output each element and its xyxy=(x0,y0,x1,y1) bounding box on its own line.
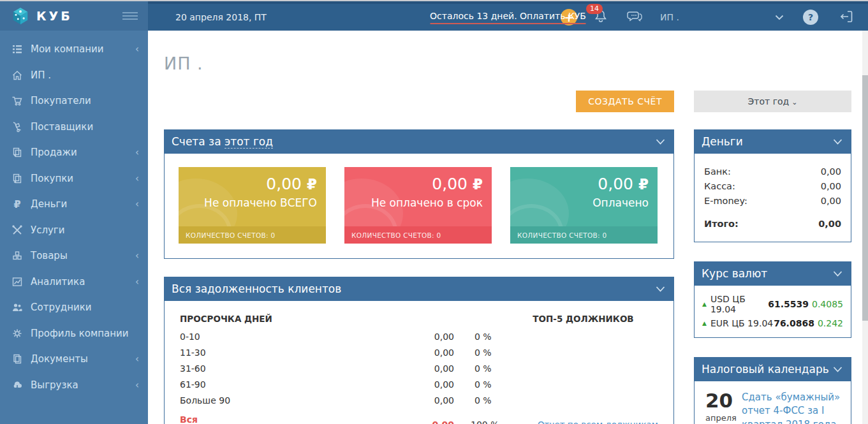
sidebar-item-services[interactable]: Услуги xyxy=(0,217,148,244)
currency-rate: 76.0868 xyxy=(774,318,814,328)
unpaid-overdue-card: 0,00 ₽ Не оплачено в срок КОЛИЧЕСТВО СЧЕ… xyxy=(344,167,492,244)
money-panel-title: Деньги xyxy=(702,135,743,148)
sidebar-item-documents[interactable]: Документы xyxy=(0,346,148,372)
logout-icon[interactable] xyxy=(839,9,854,26)
chevron-left-icon xyxy=(135,276,139,288)
sidebar-item-label: Профиль компании xyxy=(31,328,129,339)
money-total-label: Итого: xyxy=(704,219,739,229)
trial-payment-link[interactable]: Осталось 13 дней. Оплатить КУБ xyxy=(430,11,586,24)
boxes-icon xyxy=(11,250,24,261)
card-label: Не оплачено в срок xyxy=(344,193,492,209)
create-invoice-button[interactable]: СОЗДАТЬ СЧЁТ xyxy=(576,91,674,112)
debt-row-value: 0,00 xyxy=(281,377,454,393)
debt-row-value: 0,00 xyxy=(281,329,454,345)
chevron-left-icon xyxy=(135,147,139,158)
handtruck-icon xyxy=(11,121,24,133)
notifications-bell-icon[interactable]: 14 xyxy=(594,9,609,26)
card-amount: 0,00 xyxy=(266,175,302,193)
sidebar-item-money[interactable]: ₽ Деньги xyxy=(0,191,148,217)
sidebar-item-company-home[interactable]: ИП . xyxy=(0,62,148,89)
ruble-sign: ₽ xyxy=(638,176,649,193)
sidebar-item-analytics[interactable]: Аналитика xyxy=(0,269,148,295)
cart-icon xyxy=(11,95,24,106)
rate-up-icon: ▲ xyxy=(702,301,707,307)
people-icon xyxy=(11,302,24,313)
sidebar-item-suppliers[interactable]: Поставщики xyxy=(0,114,148,140)
chevron-down-icon[interactable] xyxy=(656,139,665,145)
chevron-left-icon xyxy=(135,379,139,391)
debtors-report-link[interactable]: Отчет по всем должникам xyxy=(508,420,658,424)
chevron-down-icon[interactable] xyxy=(656,286,665,292)
tax-event-link[interactable]: Сдать «бумажный» отчет 4-ФСС за I кварта… xyxy=(742,391,843,424)
debt-row-value: 0,00 xyxy=(281,361,454,377)
debt-total-percent: 100 % xyxy=(454,420,508,424)
money-total-value: 0,00 xyxy=(818,219,841,229)
chevron-left-icon xyxy=(135,198,139,210)
paid-card: 0,00 ₽ Оплачено КОЛИЧЕСТВО СЧЕТОВ: 0 xyxy=(510,167,658,244)
home-icon xyxy=(11,69,24,81)
tax-panel-title: Налоговый календарь xyxy=(702,363,829,376)
currency-rate: 61.5539 xyxy=(768,299,809,309)
sidebar-item-label: Покупки xyxy=(31,173,73,184)
ruble-icon: ₽ xyxy=(11,198,24,210)
card-invoice-count: КОЛИЧЕСТВО СЧЕТОВ: 0 xyxy=(344,226,492,244)
logo-strip: КУБ xyxy=(0,1,148,31)
period-dropdown[interactable]: Этот год⌄ xyxy=(694,91,851,112)
vertical-scrollbar[interactable] xyxy=(862,31,868,424)
card-label: Оплачено xyxy=(510,193,658,209)
sidebar-item-company-profile[interactable]: Профиль компании xyxy=(0,321,148,347)
client-debt-panel: Вся задолженность клиентов ПРОСРОЧКА ДНЕ… xyxy=(164,277,674,424)
sidebar-item-sales[interactable]: Продажи xyxy=(0,140,148,166)
account-menu[interactable]: ИП . xyxy=(660,12,679,22)
account-chevron-down-icon[interactable] xyxy=(775,12,784,22)
money-row-value: 0,00 xyxy=(821,196,841,206)
sidebar-item-purchases[interactable]: Покупки xyxy=(0,166,148,192)
sidebar-item-my-companies[interactable]: Мои компании xyxy=(0,36,148,62)
sidebar: КУБ Мои компании ИП . Покупатели Поставщ… xyxy=(0,1,148,424)
notifications-count-badge: 14 xyxy=(586,4,603,14)
sidebar-item-label: Документы xyxy=(31,353,88,365)
sidebar-item-goods[interactable]: Товары xyxy=(0,243,148,269)
currency-panel-header[interactable]: Курс валют xyxy=(694,261,851,286)
debt-panel-header[interactable]: Вся задолженность клиентов xyxy=(164,277,674,301)
debt-row-percent: 0 % xyxy=(454,393,508,409)
chevron-left-icon xyxy=(135,43,139,55)
help-button[interactable]: ? xyxy=(803,10,818,25)
chevron-down-icon[interactable] xyxy=(833,367,842,372)
debt-total-label: Вся задолженность xyxy=(180,414,281,424)
sidebar-item-customers[interactable]: Покупатели xyxy=(0,88,148,114)
debt-row-percent: 0 % xyxy=(454,345,508,361)
chevron-down-icon[interactable] xyxy=(833,271,842,277)
sidebar-item-label: Поставщики xyxy=(31,121,93,133)
sidebar-item-label: Услуги xyxy=(31,224,64,236)
sales-docs-icon xyxy=(11,147,24,158)
tax-calendar-panel: Налоговый календарь 20 апреля Сдать «бум… xyxy=(694,357,851,424)
invoices-period-link[interactable]: этот год xyxy=(224,135,273,149)
money-panel-header[interactable]: Деньги xyxy=(694,129,851,154)
kub-cube-logo-icon xyxy=(11,6,30,26)
invoices-panel-header[interactable]: Счета за этот год xyxy=(164,129,674,154)
main-content: ИП . СОЗДАТЬ СЧЁТ Этот год⌄ Счета за это… xyxy=(148,31,868,424)
chart-icon xyxy=(11,276,24,288)
sidebar-item-export[interactable]: Выгрузка xyxy=(0,372,148,398)
chat-icon[interactable] xyxy=(627,10,644,26)
money-row-value: 0,00 xyxy=(821,166,841,177)
card-label: Не оплачено ВСЕГО xyxy=(179,193,326,209)
money-panel: Деньги Банк:0,00 Касса:0,00 E-money:0,00… xyxy=(694,129,851,242)
ruble-sign: ₽ xyxy=(473,176,483,193)
unpaid-total-card: 0,00 ₽ Не оплачено ВСЕГО КОЛИЧЕСТВО СЧЕТ… xyxy=(179,167,326,244)
tax-panel-header[interactable]: Налоговый календарь xyxy=(694,357,851,381)
chevron-down-icon: ⌄ xyxy=(791,98,797,106)
documents-icon xyxy=(11,353,24,365)
sidebar-item-label: Продажи xyxy=(31,147,77,158)
current-date: 20 апреля 2018, ПТ xyxy=(175,12,267,22)
sidebar-menu: Мои компании ИП . Покупатели Поставщики … xyxy=(0,31,148,398)
sidebar-item-employees[interactable]: Сотрудники xyxy=(0,295,148,321)
chevron-down-icon[interactable] xyxy=(833,139,842,145)
scrollbar-thumb[interactable] xyxy=(862,75,868,321)
sidebar-collapse-button[interactable] xyxy=(122,12,138,20)
card-invoice-count: КОЛИЧЕСТВО СЧЕТОВ: 0 xyxy=(179,226,326,244)
debt-row-label: 0-10 xyxy=(180,329,281,345)
gear-icon xyxy=(11,328,24,339)
chevron-left-icon xyxy=(135,173,139,184)
